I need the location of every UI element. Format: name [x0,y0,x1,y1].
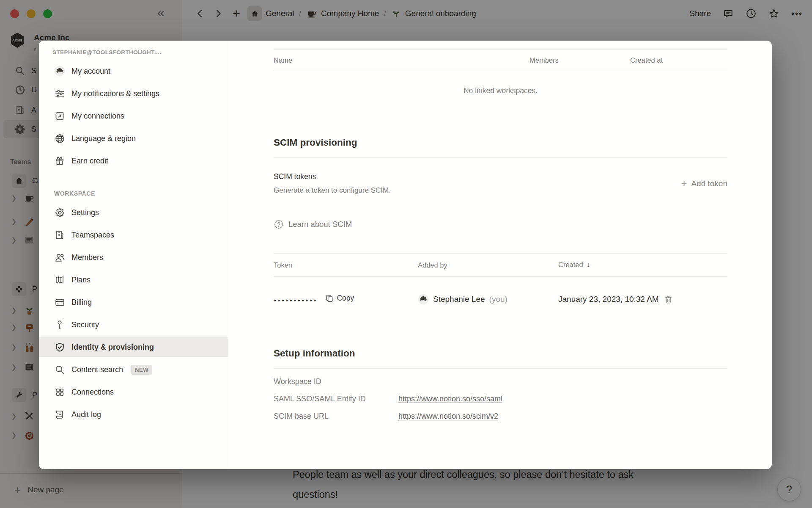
settings-item-label: Identity & provisioning [71,343,154,352]
settings-item-billing[interactable]: Billing [39,293,228,312]
settings-item-label: Earn credit [71,157,108,166]
column-added-by: Added by [418,261,558,269]
new-badge: NEW [131,365,152,375]
scim-tokens-description: Generate a token to configure SCIM. [274,186,391,195]
setup-label: Workspace ID [274,377,398,386]
linked-workspaces-table-header: Name Members Created at [274,49,727,71]
avatar [418,294,429,305]
tokens-table-header: Token Added by Created↓ [274,253,727,277]
identity-provisioning-panel: Name Members Created at No linked worksp… [228,41,772,469]
settings-item-settings[interactable]: Settings [39,203,228,222]
scim-base-url-link[interactable]: https://www.notion.so/scim/v2 [398,412,727,421]
plus-icon: + [681,179,687,189]
token-row: ••••••••••• Copy Stephanie Lee (you) Jan… [274,277,727,318]
column-name: Name [274,56,529,64]
settings-sidebar: STEPHANIE@TOOLSFORTHOUGHT.… My account M… [39,41,228,469]
credit-card-icon [54,297,65,308]
settings-item-teamspaces[interactable]: Teamspaces [39,225,228,245]
workspace-section-label: WORKSPACE [39,190,228,197]
search-icon [54,364,65,375]
settings-item-label: Connections [71,388,114,397]
settings-item-content-search[interactable]: Content search NEW [39,360,228,379]
settings-item-earn-credit[interactable]: Earn credit [39,151,228,171]
saml-sso-link[interactable]: https://www.notion.so/sso/saml [398,395,727,403]
empty-state-text: No linked workspaces. [274,86,727,97]
settings-item-notifications[interactable]: My notifications & settings [39,84,228,103]
settings-item-audit-log[interactable]: Audit log [39,405,228,424]
settings-item-plans[interactable]: Plans [39,270,228,290]
settings-item-my-account[interactable]: My account [39,61,228,81]
people-icon [54,252,65,263]
question-circle-icon [274,219,284,229]
setup-row-saml-entity-id: SAML SSO/SAML Entity ID https://www.noti… [274,395,727,403]
building-icon [54,229,65,240]
avatar [54,66,65,77]
grid-icon [54,387,65,398]
settings-item-label: Security [71,320,99,329]
section-divider [274,368,727,369]
column-created[interactable]: Created↓ [558,261,727,269]
setup-label: SAML SSO/SAML Entity ID [274,395,398,403]
sliders-icon [54,88,65,99]
column-token: Token [274,261,418,269]
settings-item-label: My notifications & settings [71,89,159,98]
section-divider [274,157,727,158]
scim-provisioning-title: SCIM provisioning [274,137,727,148]
settings-item-language[interactable]: Language & region [39,129,228,148]
key-icon [54,319,65,330]
masked-token: ••••••••••• [274,296,318,304]
add-token-button[interactable]: + Add token [681,179,727,189]
settings-item-label: Teamspaces [71,231,114,240]
settings-item-label: Settings [71,208,99,217]
settings-item-connections[interactable]: Connections [39,382,228,402]
added-by-you-suffix: (you) [489,295,508,304]
globe-icon [54,133,65,144]
settings-item-my-connections[interactable]: My connections [39,106,228,126]
gear-icon [54,207,65,218]
shield-check-icon [54,342,65,353]
settings-item-label: Language & region [71,134,136,143]
learn-about-scim-link[interactable]: Learn about SCIM [274,219,727,229]
copy-token-button[interactable]: Copy [325,294,354,303]
scim-tokens-title: SCIM tokens [274,172,391,181]
scroll-icon [54,409,65,420]
setup-row-workspace-id: Workspace ID [274,377,727,386]
settings-item-label: My account [71,67,110,76]
sort-descending-icon: ↓ [587,261,590,269]
settings-item-label: Audit log [71,410,101,419]
added-by-name: Stephanie Lee [433,295,485,304]
created-date: January 23, 2023, 10:32 AM [558,295,659,304]
trash-icon[interactable] [664,295,673,304]
settings-modal: STEPHANIE@TOOLSFORTHOUGHT.… My account M… [39,41,772,469]
setup-row-scim-base-url: SCIM base URL https://www.notion.so/scim… [274,412,727,421]
settings-item-identity-provisioning[interactable]: Identity & provisioning [39,337,228,357]
settings-item-label: Content search [71,365,123,374]
settings-item-security[interactable]: Security [39,315,228,334]
column-members: Members [529,56,630,64]
setup-label: SCIM base URL [274,412,398,421]
setup-information-title: Setup information [274,348,727,359]
settings-item-members[interactable]: Members [39,248,228,267]
settings-item-label: Billing [71,298,92,307]
settings-item-label: Plans [71,276,91,284]
settings-item-label: Members [71,253,103,262]
gift-icon [54,155,65,166]
settings-item-label: My connections [71,112,124,121]
account-email: STEPHANIE@TOOLSFORTHOUGHT.… [39,49,217,55]
map-icon [54,274,65,285]
copy-icon [325,294,334,303]
column-created-at: Created at [630,56,727,64]
arrow-box-icon [54,110,65,121]
